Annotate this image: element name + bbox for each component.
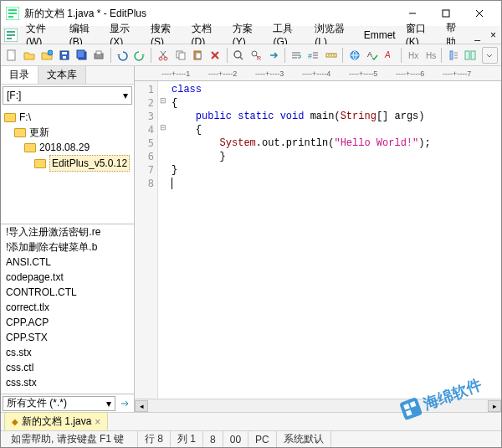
list-item[interactable]: !添加删除右键菜单.b — [1, 239, 134, 255]
svg-rect-2 — [8, 13, 17, 14]
hex-s-icon[interactable]: Hs — [423, 47, 438, 64]
status-total: 8 — [203, 431, 223, 447]
svg-rect-49 — [465, 51, 469, 59]
svg-rect-15 — [62, 52, 67, 54]
close-tab-icon[interactable]: × — [95, 416, 100, 428]
svg-point-31 — [234, 51, 241, 58]
line-gutter: 12345678 — [135, 81, 158, 399]
svg-text:#: # — [308, 52, 312, 60]
status-column: 列 1 — [171, 431, 203, 447]
status-mode: PC — [248, 431, 277, 447]
status-line: 行 8 — [138, 431, 171, 447]
list-item[interactable]: css.stx — [1, 375, 134, 390]
app-icon — [6, 7, 19, 20]
list-item[interactable]: CPP.STX — [1, 330, 134, 345]
svg-rect-50 — [471, 51, 475, 59]
status-encoding: 系统默认 — [277, 431, 331, 447]
tree-node: EditPlus_v5.0.12 — [4, 155, 131, 172]
hex-h-icon[interactable]: Hx — [405, 47, 421, 64]
print-icon[interactable] — [91, 47, 107, 64]
copy-icon[interactable] — [172, 47, 188, 64]
folder-tree[interactable]: F:\ 更新 2018.08.29 EditPlus_v5.0.12 — [1, 106, 134, 224]
ruler: ----+----1----+----2----+----3----+----4… — [135, 66, 501, 81]
replace-icon[interactable]: R — [248, 47, 264, 64]
tree-node: 2018.08.29 — [4, 140, 131, 155]
list-item[interactable]: CPP.ACP — [1, 315, 134, 330]
svg-rect-10 — [7, 34, 15, 36]
sidebar-tab-cliptext[interactable]: 文本库 — [38, 66, 86, 84]
scroll-right-icon[interactable]: ▸ — [488, 400, 501, 412]
horizontal-scroll[interactable]: ◂ ▸ — [135, 399, 501, 412]
fold-gutter[interactable]: ⊟⊟ — [158, 81, 168, 399]
column-select-icon[interactable] — [445, 47, 461, 64]
find-icon[interactable] — [231, 47, 247, 64]
redo-icon[interactable] — [132, 47, 148, 64]
chevron-down-icon: ▾ — [106, 398, 111, 409]
file-filter-selector[interactable]: 所有文件 (*.*) ▾ — [3, 396, 115, 411]
document-tab-label: 新的文档 1.java — [22, 415, 91, 429]
svg-rect-26 — [179, 53, 185, 59]
cut-icon[interactable] — [155, 47, 171, 64]
delete-icon[interactable] — [207, 47, 223, 64]
svg-rect-1 — [8, 9, 17, 11]
paste-icon[interactable] — [190, 47, 206, 64]
compare-icon[interactable] — [463, 47, 479, 64]
list-item[interactable]: css.ctl — [1, 360, 134, 375]
window-title: 新的文档 1.java * - EditPlus — [24, 7, 396, 21]
menu-emmet[interactable]: Emmet — [359, 28, 401, 43]
highlight-icon[interactable]: A — [382, 47, 397, 64]
open-remote-icon[interactable] — [39, 47, 55, 64]
new-file-icon[interactable] — [4, 47, 20, 64]
list-item[interactable]: CONTROL.CTL — [1, 285, 134, 300]
drive-selector[interactable]: [F:] ▾ — [3, 86, 132, 105]
browser-icon[interactable] — [346, 47, 362, 64]
svg-line-32 — [240, 57, 243, 59]
svg-text:Hx: Hx — [408, 51, 418, 60]
save-icon[interactable] — [56, 47, 72, 64]
code-content[interactable]: class { public static void main(String[]… — [168, 81, 501, 399]
document-tabs: ◆ 新的文档 1.java × — [1, 412, 501, 430]
status-help: 如需帮助, 请按键盘 F1 键 — [4, 431, 138, 447]
list-item[interactable]: correct.tlx — [1, 300, 134, 315]
svg-text:Hs: Hs — [426, 51, 436, 60]
text-cursor — [172, 178, 172, 189]
folder-icon — [4, 113, 16, 122]
menu-corner-min-icon[interactable]: _ — [469, 28, 485, 43]
svg-text:R: R — [257, 55, 261, 61]
scroll-left-icon[interactable]: ◂ — [135, 400, 148, 412]
code-editor[interactable]: 12345678 ⊟⊟ class { public static void m… — [135, 81, 501, 399]
svg-rect-48 — [450, 51, 453, 59]
list-item[interactable]: codepage.txt — [1, 270, 134, 285]
open-file-icon[interactable] — [22, 47, 38, 64]
svg-text:A: A — [384, 50, 391, 59]
goto-icon[interactable] — [265, 47, 281, 64]
drive-label: [F:] — [7, 90, 21, 101]
folder-icon — [14, 128, 26, 137]
modified-indicator-icon: ◆ — [12, 417, 18, 426]
document-tab[interactable]: ◆ 新的文档 1.java × — [4, 412, 108, 431]
status-char: 00 — [223, 431, 248, 447]
menu-bar: 文件(W) 编辑(B) 显示(X) 搜索(S) 文档(D) 方案(Y) 工具(G… — [1, 26, 501, 44]
menu-corner-close-icon[interactable]: × — [485, 28, 501, 43]
toolbar-options-icon[interactable] — [482, 47, 498, 64]
line-number-icon[interactable]: # — [306, 47, 322, 64]
list-item[interactable]: cs.stx — [1, 345, 134, 360]
status-bar: 如需帮助, 请按键盘 F1 键 行 8 列 1 8 00 PC 系统默认 — [1, 430, 501, 447]
undo-icon[interactable] — [115, 47, 131, 64]
svg-rect-28 — [196, 53, 201, 59]
spell-check-icon[interactable]: A — [364, 47, 380, 64]
filter-row: 所有文件 (*.*) ▾ — [1, 394, 134, 412]
wordwrap-icon[interactable] — [289, 47, 305, 64]
folder-icon — [34, 159, 46, 168]
file-list[interactable]: !导入注册激活密钥.re !添加删除右键菜单.b ANSI.CTL codepa… — [1, 224, 134, 390]
list-item[interactable]: ANSI.CTL — [1, 255, 134, 270]
save-all-icon[interactable] — [74, 47, 90, 64]
list-item[interactable]: !导入注册激活密钥.re — [1, 224, 134, 239]
sidebar-tabs: 目录 文本库 — [1, 66, 134, 85]
ruler-icon[interactable] — [324, 47, 340, 64]
svg-text:A: A — [367, 50, 372, 59]
sidebar-tab-directory[interactable]: 目录 — [1, 66, 38, 84]
filter-shortcut-icon[interactable] — [117, 396, 134, 411]
system-menu-icon[interactable] — [4, 28, 18, 42]
main-area: 目录 文本库 [F:] ▾ F:\ 更新 2018.08.29 EditPlus… — [1, 66, 501, 412]
